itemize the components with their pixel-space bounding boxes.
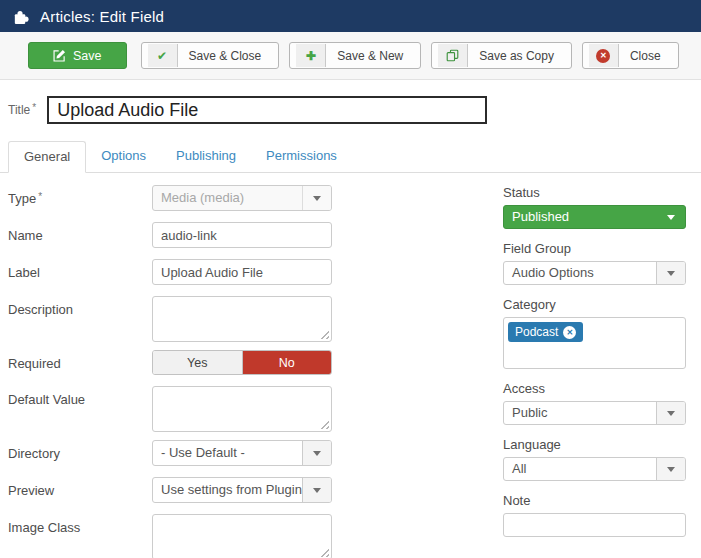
category-label: Category (503, 297, 686, 312)
form-left-column: Type* Media (media) Name Label Descripti… (8, 185, 478, 558)
directory-label: Directory (8, 440, 152, 466)
toolbar: Save ✔ Save & Close ✚ Save & New Save as… (0, 32, 701, 80)
preview-select[interactable]: Use settings from Plugin (152, 477, 332, 503)
required-yes-button[interactable]: Yes (153, 351, 243, 374)
language-select-value: All (504, 458, 656, 480)
field-row-field-group: Field Group Audio Options (503, 241, 686, 285)
type-select: Media (media) (152, 185, 332, 211)
image-class-label: Image Class (8, 514, 152, 558)
save-new-button[interactable]: ✚ Save & New (289, 42, 421, 69)
status-select[interactable]: Published (503, 205, 686, 229)
required-star: * (38, 191, 42, 202)
field-row-directory: Directory - Use Default - (8, 440, 478, 466)
close-icon: ✕ (589, 44, 619, 67)
image-class-textarea-wrap (152, 514, 332, 558)
chevron-down-icon (656, 206, 685, 228)
save-copy-button[interactable]: Save as Copy (431, 42, 572, 69)
field-row-language: Language All (503, 437, 686, 481)
field-row-required: Required Yes No (8, 350, 478, 375)
copy-icon (438, 44, 468, 67)
close-button[interactable]: ✕ Close (582, 42, 679, 69)
label-label: Label (8, 259, 152, 285)
field-group-select[interactable]: Audio Options (503, 261, 686, 285)
directory-select[interactable]: - Use Default - (152, 440, 332, 466)
tab-bar: General Options Publishing Permissions (0, 141, 701, 173)
category-tag: Podcast ✕ (508, 322, 583, 342)
save-button-label: Save (73, 49, 102, 63)
field-row-default-value: Default Value (8, 386, 478, 432)
name-label: Name (8, 222, 152, 248)
save-close-label: Save & Close (178, 44, 273, 67)
chevron-down-icon (656, 458, 685, 480)
check-icon: ✔ (148, 44, 178, 67)
chevron-down-icon (656, 262, 685, 284)
general-tab-panel: Type* Media (media) Name Label Descripti… (0, 173, 701, 558)
save-button[interactable]: Save (28, 42, 127, 69)
description-label: Description (8, 296, 152, 342)
preview-label: Preview (8, 477, 152, 503)
remove-tag-icon[interactable]: ✕ (563, 326, 576, 339)
tab-publishing[interactable]: Publishing (161, 141, 251, 173)
description-textarea-wrap (152, 296, 332, 342)
field-row-note: Note (503, 493, 686, 537)
app-header: Articles: Edit Field (0, 0, 701, 32)
tab-permissions[interactable]: Permissions (251, 141, 352, 173)
type-select-value: Media (media) (153, 186, 302, 210)
name-input[interactable] (152, 222, 332, 248)
required-label: Required (8, 350, 152, 375)
form-right-column: Status Published Field Group Audio Optio… (503, 185, 686, 558)
default-value-textarea-wrap (152, 386, 332, 432)
save-new-label: Save & New (326, 44, 414, 67)
field-group-label: Field Group (503, 241, 686, 256)
save-close-button[interactable]: ✔ Save & Close (141, 42, 280, 69)
field-row-category: Category Podcast ✕ (503, 297, 686, 369)
field-row-description: Description (8, 296, 478, 342)
field-row-type: Type* Media (media) (8, 185, 478, 211)
tab-general[interactable]: General (8, 141, 86, 173)
field-group-select-value: Audio Options (504, 262, 656, 284)
field-row-image-class: Image Class (8, 514, 478, 558)
category-tag-label: Podcast (515, 325, 558, 339)
directory-select-value: - Use Default - (153, 441, 302, 465)
puzzle-icon (12, 8, 29, 25)
required-toggle: Yes No (152, 350, 332, 375)
field-row-access: Access Public (503, 381, 686, 425)
note-input[interactable] (503, 513, 686, 537)
description-textarea[interactable] (152, 296, 332, 342)
title-label: Title* (8, 103, 36, 117)
preview-select-value: Use settings from Plugin (153, 478, 302, 502)
required-star: * (32, 102, 36, 113)
chevron-down-icon (302, 186, 331, 210)
field-row-label: Label (8, 259, 478, 285)
default-value-textarea[interactable] (152, 386, 332, 432)
access-select[interactable]: Public (503, 401, 686, 425)
status-label: Status (503, 185, 686, 200)
category-tagbox[interactable]: Podcast ✕ (503, 317, 686, 369)
title-input[interactable] (47, 96, 487, 124)
plus-icon: ✚ (296, 44, 326, 67)
title-row: Title* (0, 80, 701, 124)
required-no-button[interactable]: No (243, 351, 332, 374)
label-input[interactable] (152, 259, 332, 285)
field-row-name: Name (8, 222, 478, 248)
save-icon (53, 49, 66, 62)
field-row-preview: Preview Use settings from Plugin (8, 477, 478, 503)
page-title: Articles: Edit Field (40, 8, 164, 25)
field-row-status: Status Published (503, 185, 686, 229)
close-button-label: Close (619, 44, 672, 67)
image-class-textarea[interactable] (152, 514, 332, 558)
tab-options[interactable]: Options (86, 141, 161, 173)
type-label: Type* (8, 185, 152, 211)
language-select[interactable]: All (503, 457, 686, 481)
language-label: Language (503, 437, 686, 452)
access-label: Access (503, 381, 686, 396)
access-select-value: Public (504, 402, 656, 424)
chevron-down-icon (302, 478, 331, 502)
default-value-label: Default Value (8, 386, 152, 432)
chevron-down-icon (302, 441, 331, 465)
status-select-value: Published (504, 206, 656, 228)
chevron-down-icon (656, 402, 685, 424)
save-copy-label: Save as Copy (468, 44, 565, 67)
note-label: Note (503, 493, 686, 508)
